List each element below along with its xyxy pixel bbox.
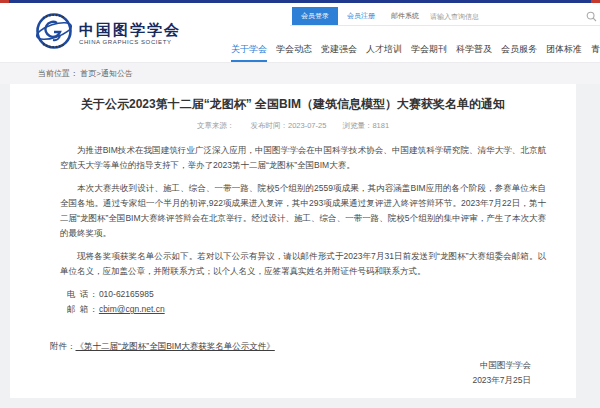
signature-date: 2023年7月25日 (472, 373, 531, 388)
email-line: 邮 箱：cbim@cgn.net.cn (67, 302, 546, 317)
meta-views: 浏览量：8181 (342, 121, 389, 130)
meta-source: 文章来源： (197, 121, 235, 130)
breadcrumb: 当前位置： 首页>通知公告 (38, 63, 133, 85)
nav-item-training[interactable]: 人才培训 (366, 43, 402, 62)
utility-divider (290, 25, 600, 26)
site-header: 中国图学学会 CHINA GRAPHICS SOCIETY 会员登录 会员注册 … (0, 3, 600, 62)
nav-item-member-service[interactable]: 会员服务 (501, 43, 537, 62)
nav-item-youth[interactable]: 青年托举 (591, 43, 600, 62)
article-card: 关于公示2023第十二届“龙图杯” 全国BIM（建筑信息模型）大赛获奖名单的通知… (10, 84, 576, 398)
breadcrumb-home-link[interactable]: 首页 (80, 69, 96, 78)
attachment-link[interactable]: 《第十二届“龙图杯”全国BIM大赛获奖名单公示文件》 (76, 341, 275, 351)
attachment-label: 附件： (50, 341, 76, 351)
phone-label: 电 话： (67, 289, 99, 299)
article-signature: 中国图学学会 2023年7月25日 (472, 358, 531, 388)
member-login-button[interactable]: 会员登录 (292, 7, 338, 25)
phone-line: 电 话：010-62165985 (67, 287, 546, 302)
paragraph-results: 本次大赛共收到设计、施工、综合、一带一路、院校5个组别的2559项成果，其内容涵… (60, 181, 546, 241)
nav-item-science[interactable]: 科学普及 (456, 43, 492, 62)
utility-bar: 会员登录 会员注册 邮件系统 (292, 7, 597, 25)
graphics-society-emblem-icon (35, 12, 73, 54)
logo-name-en: CHINA GRAPHICS SOCIETY (79, 38, 181, 46)
nav-item-about[interactable]: 关于学会 (231, 43, 267, 62)
breadcrumb-bar: 当前位置： 首页>通知公告 (0, 62, 600, 84)
site-logo[interactable]: 中国图学学会 CHINA GRAPHICS SOCIETY (35, 12, 181, 54)
search-icon[interactable] (586, 11, 597, 22)
nav-item-journal[interactable]: 学会期刊 (411, 43, 447, 62)
attachment-line: 附件：《第十二届“龙图杯”全国BIM大赛获奖名单公示文件》 (50, 341, 546, 353)
paragraph-publicity: 现将各奖项获奖名单公示如下。若对以下公示有异议，请以邮件形式于2023年7月31… (60, 249, 546, 279)
email-link[interactable]: cbim@cgn.net.cn (99, 304, 165, 314)
phone-number: 010-62165985 (99, 289, 154, 299)
article-meta: 文章来源： 发布时间：2023-07-25 浏览量：8181 (10, 121, 576, 131)
member-register-button[interactable]: 会员注册 (338, 7, 384, 25)
search-input[interactable] (430, 13, 526, 20)
meta-publish-date: 发布时间：2023-07-25 (250, 121, 326, 130)
breadcrumb-prefix: 当前位置： (38, 69, 78, 78)
signature-org: 中国图学学会 (472, 358, 531, 373)
article-title: 关于公示2023第十二届“龙图杯” 全国BIM（建筑信息模型）大赛获奖名单的通知 (10, 97, 576, 112)
logo-name-cn: 中国图学学会 (79, 21, 181, 38)
email-label: 邮 箱： (67, 304, 99, 314)
breadcrumb-current-link[interactable]: 通知公告 (101, 69, 133, 78)
paragraph-intro: 为推进BIM技术在我国建筑行业广泛深入应用，中国图学学会在中国科学技术协会、中国… (60, 143, 546, 173)
nav-item-standards[interactable]: 团体标准 (546, 43, 582, 62)
mail-system-button[interactable]: 邮件系统 (384, 7, 426, 25)
article-body: 为推进BIM技术在我国建筑行业广泛深入应用，中国图学学会在中国科学技术协会、中国… (60, 143, 546, 317)
main-nav: 关于学会 学会动态 党建强会 人才培训 学会期刊 科学普及 会员服务 团体标准 … (231, 43, 600, 62)
nav-item-party[interactable]: 党建强会 (321, 43, 357, 62)
logo-text: 中国图学学会 CHINA GRAPHICS SOCIETY (79, 21, 181, 46)
page-root: 中国图学学会 CHINA GRAPHICS SOCIETY 会员登录 会员注册 … (0, 0, 600, 408)
nav-item-news[interactable]: 学会动态 (276, 43, 312, 62)
